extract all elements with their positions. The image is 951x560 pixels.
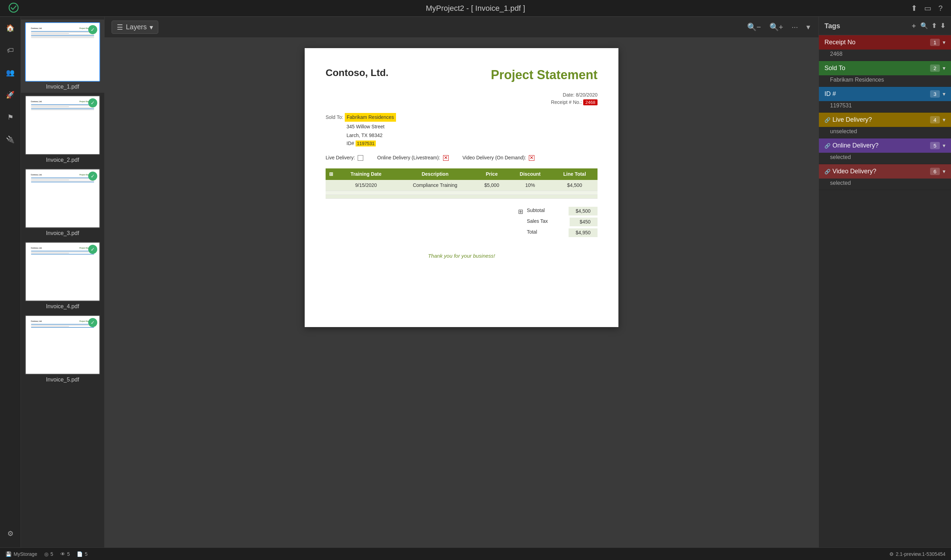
sold-to-value: Fabrikam Residences	[345, 113, 396, 122]
subtotal-value: $4,500	[569, 207, 597, 215]
thumbnails-panel: Contoso, Ltd. Project Statement ✓	[21, 17, 105, 548]
tag-online-delivery-header[interactable]: 🔗 Online Delivery? 5 ▾	[819, 138, 951, 153]
invoice-document: Contoso, Ltd. Project Statement Date: 8/…	[305, 48, 619, 327]
thumbnail-item-3[interactable]: Contoso, Ltd. Project Statement ✓ Invoic…	[21, 166, 104, 239]
layers-icon: ☰	[117, 23, 123, 31]
tag-video-delivery-label: Video Delivery?	[833, 168, 930, 175]
tag-video-delivery-header[interactable]: 🔗 Video Delivery? 6 ▾	[819, 164, 951, 178]
more-options-button[interactable]: ···	[790, 21, 799, 33]
tag-receipt-no-header[interactable]: Receipt No 1 ▾	[819, 35, 951, 49]
tags-title: Tags	[825, 22, 840, 30]
thumbnail-item-5[interactable]: Contoso, Ltd. Project Statement ✓ Invoic…	[21, 312, 104, 386]
toolbar-chevron-icon[interactable]: ▾	[805, 21, 811, 33]
table-cell-price	[475, 191, 509, 195]
status-eyes: 👁 5	[60, 551, 70, 557]
tags-header-actions: ＋ 🔍 ⬆ ⬇	[911, 22, 945, 30]
tag-live-delivery-badge: 4	[930, 116, 940, 123]
status-bar: 💾 MyStorage ◎ 5 👁 5 📄 5 ⚙ 2.1-preview.1-…	[0, 548, 951, 560]
thumbnail-badge-5: ✓	[88, 318, 97, 327]
tag-item-video-delivery: 🔗 Video Delivery? 6 ▾ selected	[819, 164, 951, 190]
summary-table-icon: ⊞	[518, 207, 523, 217]
sidebar-item-home[interactable]: 🏠	[3, 21, 17, 35]
online-delivery-label: Online Delivery (Livestream):	[377, 154, 440, 162]
receipt-highlight: 2468	[583, 99, 597, 105]
sidebar-item-settings[interactable]: ⚙	[3, 526, 17, 540]
thumbnail-item-1[interactable]: Contoso, Ltd. Project Statement ✓	[21, 20, 104, 93]
invoice-title: Project Statement	[491, 66, 597, 85]
tag-live-delivery-label: Live Delivery?	[833, 116, 930, 123]
thumbnail-preview-3: Contoso, Ltd. Project Statement ✓	[25, 169, 100, 228]
tags-search-icon[interactable]: 🔍	[920, 22, 928, 30]
table-cell-discount	[509, 191, 551, 195]
sold-to-address-line2: Larch, TX 98342	[326, 132, 597, 139]
layers-chevron-icon: ▾	[149, 23, 153, 31]
live-delivery-label: Live Delivery:	[326, 154, 355, 162]
app-logo	[8, 2, 19, 14]
tag-sold-to-chevron: ▾	[943, 65, 945, 71]
thumbnail-item-2[interactable]: Contoso, Ltd. Project Statement ✓ Invoic…	[21, 93, 104, 166]
tag-id-header[interactable]: ID # 3 ▾	[819, 87, 951, 101]
version-icon: ⚙	[889, 551, 894, 557]
invoice-company: Contoso, Ltd.	[326, 66, 388, 80]
shapes-count: 5	[51, 551, 53, 557]
help-icon[interactable]: ?	[939, 4, 943, 13]
tags-header: Tags ＋ 🔍 ⬆ ⬇	[819, 17, 951, 35]
tag-id-value: 1197531	[819, 101, 951, 112]
table-header-total: Line Total	[552, 168, 597, 180]
layers-button[interactable]: ☰ Layers ▾	[112, 21, 158, 34]
video-delivery-checkbox: ✕	[529, 155, 534, 161]
tags-download-icon[interactable]: ⬇	[940, 22, 945, 30]
svg-point-0	[9, 3, 18, 12]
window-title: MyProject2 - [ Invoice_1.pdf ]	[426, 4, 525, 13]
status-version: ⚙ 2.1-preview.1-5305454	[889, 551, 945, 557]
sidebar-item-flag[interactable]: ⚑	[3, 110, 17, 124]
tag-sold-to-label: Sold To	[825, 65, 930, 72]
tag-receipt-no-label: Receipt No	[825, 39, 930, 46]
tag-live-delivery-link-icon: 🔗	[825, 117, 830, 123]
zoom-out-button[interactable]: 🔍−	[746, 21, 762, 33]
tag-live-delivery-header[interactable]: 🔗 Live Delivery? 4 ▾	[819, 112, 951, 127]
table-header-description: Description	[395, 168, 475, 180]
sidebar-item-plugin[interactable]: 🔌	[3, 132, 17, 146]
storage-label: MyStorage	[14, 551, 37, 557]
sales-tax-label: Sales Tax	[527, 218, 562, 226]
table-cell-total: $4,500	[552, 180, 597, 191]
thank-you-text: Thank you for your business!	[326, 252, 597, 260]
tag-item-sold-to: Sold To 2 ▾ Fabrikam Residences	[819, 61, 951, 87]
table-cell-date: 9/15/2020	[337, 180, 395, 191]
table-cell-icon	[326, 180, 337, 191]
share-icon[interactable]: ⬆	[911, 4, 917, 13]
panels-icon[interactable]: ▭	[924, 4, 931, 13]
total-value: $4,950	[569, 228, 597, 237]
subtotal-label: Subtotal	[527, 207, 562, 215]
sidebar-item-rocket[interactable]: 🚀	[3, 88, 17, 102]
thumbnail-item-4[interactable]: Contoso, Ltd. Project Statement ✓ Invoic…	[21, 239, 104, 312]
status-shapes: ◎ 5	[44, 551, 53, 557]
tag-sold-to-value: Fabrikam Residences	[819, 75, 951, 86]
sold-to-id: ID# 1197531	[326, 140, 597, 147]
thumbnail-label-4: Invoice_4.pdf	[25, 303, 100, 310]
thumbnail-badge-3: ✓	[88, 172, 97, 181]
summary-table: Subtotal $4,500 Sales Tax $450 Total $4,…	[527, 206, 597, 238]
tag-sold-to-header[interactable]: Sold To 2 ▾	[819, 61, 951, 75]
tags-upload-icon[interactable]: ⬆	[931, 22, 937, 30]
tag-id-label: ID #	[825, 90, 930, 98]
table-cell-price	[475, 195, 509, 199]
storage-icon: 💾	[6, 551, 11, 557]
sidebar-item-team[interactable]: 👥	[3, 66, 17, 80]
invoice-date: Date: 8/20/2020	[326, 91, 597, 99]
live-delivery-item: Live Delivery:	[326, 154, 363, 162]
sidebar-item-bookmarks[interactable]: 🏷	[3, 43, 17, 57]
table-row	[326, 191, 597, 195]
table-row: 9/15/2020 Compliance Training $5,000 10%…	[326, 180, 597, 191]
tags-panel: Tags ＋ 🔍 ⬆ ⬇ Receipt No 1 ▾ 2468 Sold To…	[819, 17, 951, 548]
table-cell-date	[337, 191, 395, 195]
tags-add-icon[interactable]: ＋	[911, 22, 917, 30]
live-delivery-checkbox	[358, 155, 363, 161]
pages-icon: 📄	[77, 551, 83, 557]
tag-online-delivery-value: selected	[819, 153, 951, 164]
table-cell-description	[395, 191, 475, 195]
zoom-in-button[interactable]: 🔍+	[768, 21, 785, 33]
document-viewer: Contoso, Ltd. Project Statement Date: 8/…	[105, 38, 819, 548]
tag-online-delivery-badge: 5	[930, 142, 940, 149]
